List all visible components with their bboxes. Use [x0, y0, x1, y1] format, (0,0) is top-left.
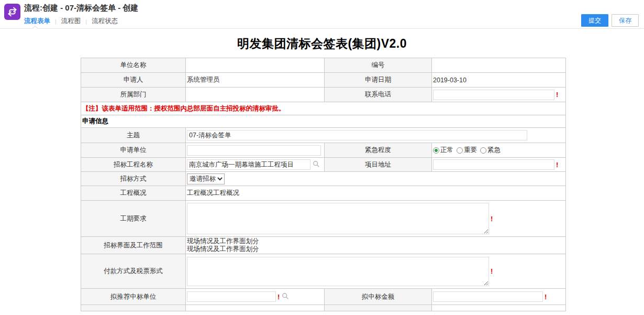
active-tab-caret	[32, 26, 38, 29]
table-row: 付款方式及税票形式 !	[81, 254, 566, 289]
urgency-option-label: 重要	[464, 146, 477, 155]
tab-separator: |	[85, 18, 87, 25]
duration-req-label: 工期要求	[81, 201, 186, 237]
project-address-label: 项目地址	[325, 158, 432, 172]
urgency-radio-group: 正常 重要 紧急	[433, 146, 564, 155]
form-title: 明发集团清标会签表(集团)V2.0	[0, 36, 644, 52]
bid-amount-label: 拟中标金额	[325, 289, 432, 305]
table-row: 招标工程名称 项目地址 !	[81, 158, 566, 172]
apply-unit-label: 申请单位	[81, 143, 186, 158]
form-notice: 【注】该表单适用范围：授权范围内总部层面自主招投标的清标审批。	[81, 102, 566, 115]
applicant-value: 系统管理员	[186, 73, 325, 88]
bid-method-label: 招标方式	[81, 172, 186, 186]
required-mark: !	[556, 161, 558, 169]
radio-checked-icon[interactable]	[433, 147, 439, 154]
apply-date-value: 2019-03-10	[432, 73, 566, 88]
search-icon[interactable]	[313, 160, 320, 169]
apply-date-label: 申请日期	[325, 73, 432, 88]
table-row: 主题	[81, 128, 566, 143]
bid-scope-value: 现场情况及工作界面划分 现场情况及工作界面划分	[186, 237, 566, 254]
apply-unit-input[interactable]	[187, 145, 321, 156]
section-title-apply-info: 申请信息	[81, 115, 566, 128]
save-button[interactable]: 保存	[612, 14, 639, 27]
project-overview-label: 工程概况	[81, 186, 186, 201]
required-mark: !	[491, 267, 493, 275]
project-name-label: 招标工程名称	[81, 158, 186, 172]
project-overview-value: 工程概况工程概况	[186, 186, 566, 201]
applicant-label: 申请人	[81, 73, 186, 88]
table-row: 单位名称 编号	[81, 58, 566, 73]
project-address-input[interactable]	[433, 159, 554, 170]
urgency-option-normal[interactable]: 正常	[433, 146, 453, 155]
urgency-option-important[interactable]: 重要	[457, 146, 477, 155]
page-title: 流程:创建 - 07-清标会签单 - 创建	[24, 3, 138, 13]
bid-amount-input[interactable]	[433, 291, 543, 302]
table-row: 所属部门 联系电话 !	[81, 88, 566, 102]
payment-textarea[interactable]	[187, 257, 489, 286]
subject-input[interactable]	[187, 130, 527, 140]
table-row: 工程概况 工程概况工程概况	[81, 186, 566, 201]
header-tabs: 流程表单 | 流程图 | 流程状态	[24, 17, 118, 26]
serial-no-label: 编号	[325, 58, 432, 73]
workflow-swap-arrows-icon	[7, 6, 18, 17]
duration-req-textarea[interactable]	[187, 203, 489, 234]
workflow-app-icon	[4, 4, 20, 20]
serial-no-value	[432, 58, 566, 73]
table-row-clipped	[81, 305, 566, 311]
radio-unchecked-icon[interactable]	[457, 147, 463, 154]
application-form-table: 单位名称 编号 申请人 系统管理员 申请日期 2019-03-10 所属部门 联…	[81, 58, 566, 311]
department-value	[186, 88, 325, 102]
radio-unchecked-icon[interactable]	[480, 147, 486, 154]
required-mark: !	[556, 91, 558, 99]
phone-input[interactable]	[433, 90, 554, 100]
header-actions: 提交 保存	[581, 14, 639, 27]
tab-separator: |	[55, 18, 57, 25]
search-icon[interactable]	[282, 292, 289, 301]
payment-label: 付款方式及税票形式	[81, 254, 186, 289]
unit-name-label: 单位名称	[81, 58, 186, 73]
submit-button[interactable]: 提交	[581, 14, 608, 27]
section-row: 申请信息	[81, 115, 566, 128]
notice-row: 【注】该表单适用范围：授权范围内总部层面自主招投标的清标审批。	[81, 102, 566, 115]
top-header: 流程:创建 - 07-清标会签单 - 创建 流程表单 | 流程图 | 流程状态 …	[0, 0, 644, 29]
table-row: 招标方式 邀请招标	[81, 172, 566, 186]
urgency-option-label: 紧急	[487, 146, 501, 155]
table-row: 招标界面及工作范围 现场情况及工作界面划分 现场情况及工作界面划分	[81, 237, 566, 254]
department-label: 所属部门	[81, 88, 186, 102]
project-name-input[interactable]	[187, 159, 310, 170]
required-mark: !	[277, 293, 280, 301]
recommended-unit-label: 拟推荐中标单位	[81, 289, 186, 305]
urgency-label: 紧急程度	[325, 143, 432, 158]
phone-label: 联系电话	[325, 88, 432, 102]
table-row: 申请单位 紧急程度 正常 重要 紧急	[81, 143, 566, 158]
tab-process-diagram[interactable]: 流程图	[61, 17, 81, 26]
table-row: 申请人 系统管理员 申请日期 2019-03-10	[81, 73, 566, 88]
recommended-unit-input[interactable]	[187, 291, 276, 302]
tab-process-status[interactable]: 流程状态	[92, 17, 118, 26]
tab-process-form[interactable]: 流程表单	[24, 17, 50, 26]
required-mark: !	[545, 293, 547, 301]
subject-label: 主题	[81, 128, 186, 143]
bid-method-select[interactable]: 邀请招标	[187, 173, 225, 184]
required-mark: !	[491, 215, 493, 223]
table-row: 拟推荐中标单位 ! 拟中标金额 !	[81, 289, 566, 305]
urgency-option-urgent[interactable]: 紧急	[480, 146, 501, 155]
bid-scope-label: 招标界面及工作范围	[81, 237, 186, 254]
urgency-option-label: 正常	[440, 146, 453, 155]
unit-name-value	[186, 58, 325, 73]
table-row: 工期要求 !	[81, 201, 566, 237]
